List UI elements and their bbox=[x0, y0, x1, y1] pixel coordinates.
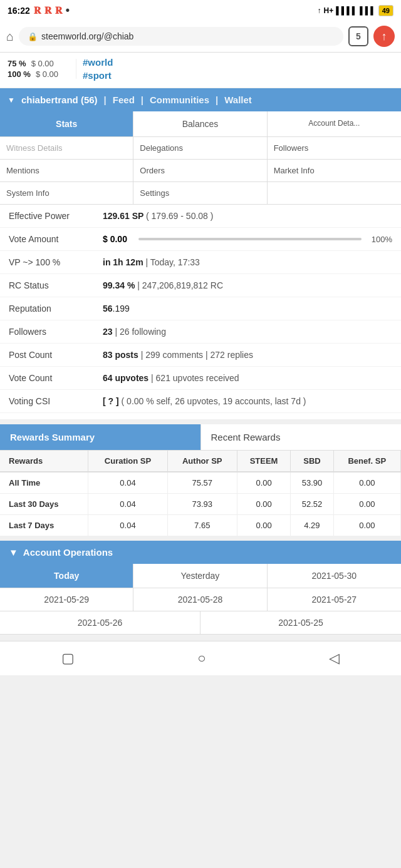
tab-settings[interactable]: Settings bbox=[133, 182, 267, 204]
account-operations-section: ▼ Account Operations Today Yesterday 202… bbox=[0, 541, 401, 635]
rewards-section: Rewards Summary Recent Rewards Rewards C… bbox=[0, 424, 401, 536]
row-steem: 0.00 bbox=[237, 472, 290, 494]
row-sbd: 4.29 bbox=[291, 515, 333, 536]
lock-icon: 🔒 bbox=[28, 32, 38, 41]
row-sbd: 52.52 bbox=[291, 494, 333, 515]
rewards-table: Rewards Curation SP Author SP STEEM SBD … bbox=[0, 451, 401, 536]
p-icon-2: 𝐑 bbox=[44, 5, 51, 16]
row-curation-sp: 0.04 bbox=[88, 494, 167, 515]
col-steem: STEEM bbox=[237, 451, 290, 472]
ops-cell-2021-05-29[interactable]: 2021-05-29 bbox=[0, 588, 133, 611]
tab-delegations[interactable]: Delegations bbox=[133, 137, 267, 159]
tab-followers[interactable]: Followers bbox=[268, 137, 401, 159]
vote-percent: 100% bbox=[372, 235, 392, 244]
vote-slider[interactable] bbox=[138, 238, 362, 240]
account-ops-header: ▼ Account Operations bbox=[0, 541, 401, 564]
tab-account-details[interactable]: Account Deta... bbox=[268, 111, 401, 136]
status-bar: 16:22 𝐑 𝐑 𝐑 • ↑ H+ ▌▌▌▌ ▌▌▌ 49 bbox=[0, 0, 401, 21]
ops-cell-2021-05-27[interactable]: 2021-05-27 bbox=[268, 588, 401, 611]
nav-communities[interactable]: Communities bbox=[150, 94, 209, 105]
voting-csi-row: Voting CSI [ ? ] ( 0.00 % self, 26 upvot… bbox=[0, 390, 401, 413]
col-rewards: Rewards bbox=[0, 451, 88, 472]
url-text: steemworld.org/@chiab bbox=[41, 31, 133, 41]
followers-row: Followers 23 | 26 following bbox=[0, 320, 401, 344]
bottom-nav: ▢ ○ ◁ bbox=[0, 641, 401, 675]
rewards-summary-tab[interactable]: Rewards Summary bbox=[0, 424, 200, 450]
upload-button[interactable]: ↑ bbox=[373, 26, 395, 47]
ops-row-2: 2021-05-29 2021-05-28 2021-05-27 bbox=[0, 588, 401, 611]
tab-button[interactable]: 5 bbox=[348, 26, 368, 46]
ops-cell-2021-05-25[interactable]: 2021-05-25 bbox=[200, 611, 401, 634]
followers-value: 23 | 26 following bbox=[103, 327, 392, 337]
voting-csi-value: [ ? ] ( 0.00 % self, 26 upvotes, 19 acco… bbox=[103, 396, 392, 406]
username[interactable]: chiabertrand (56) bbox=[21, 94, 98, 105]
url-bar[interactable]: 🔒 steemworld.org/@chiab bbox=[19, 27, 343, 46]
reputation-row: Reputation 56.199 bbox=[0, 297, 401, 320]
col-benef-sp: Benef. SP bbox=[333, 451, 400, 472]
table-row: Last 30 Days 0.04 73.93 0.00 52.52 0.00 bbox=[0, 494, 401, 515]
ops-cell-2021-05-26[interactable]: 2021-05-26 bbox=[0, 611, 200, 634]
tab-orders[interactable]: Orders bbox=[133, 160, 267, 181]
ops-tab-2021-05-30[interactable]: 2021-05-30 bbox=[268, 564, 401, 588]
row-benef-sp: 0.00 bbox=[333, 515, 400, 536]
dropdown-icon[interactable]: ▼ bbox=[8, 96, 15, 105]
wifi-signal: ▌▌▌ bbox=[360, 6, 376, 15]
recent-rewards-tab[interactable]: Recent Rewards bbox=[200, 424, 402, 450]
home-circle-button[interactable]: ○ bbox=[197, 650, 206, 666]
vote-amount-dollar: $ 0.00 bbox=[103, 234, 127, 244]
sub-tabs-row3: System Info Settings bbox=[0, 182, 401, 205]
tab-stats[interactable]: Stats bbox=[0, 111, 133, 136]
cell-signal: ▌▌▌▌ bbox=[336, 6, 357, 15]
col-curation-sp: Curation SP bbox=[88, 451, 167, 472]
row-author-sp: 75.57 bbox=[167, 472, 237, 494]
tab-system-info[interactable]: System Info bbox=[0, 182, 133, 204]
vp-value: in 1h 12m | Today, 17:33 bbox=[103, 257, 392, 267]
ops-cell-2021-05-28[interactable]: 2021-05-28 bbox=[133, 588, 267, 611]
tag-world[interactable]: #world bbox=[83, 57, 113, 68]
row-curation-sp: 0.04 bbox=[88, 515, 167, 536]
tab-witness-details[interactable]: Witness Details bbox=[0, 137, 133, 159]
p-icon-3: 𝐑 bbox=[55, 5, 62, 16]
effective-power-label: Effective Power bbox=[9, 211, 96, 221]
voting-csi-label: Voting CSI bbox=[9, 396, 96, 406]
battery: 49 bbox=[378, 5, 393, 16]
table-row: All Time 0.04 75.57 0.00 53.90 0.00 bbox=[0, 472, 401, 494]
tab-balances[interactable]: Balances bbox=[133, 111, 267, 136]
row-author-sp: 73.93 bbox=[167, 494, 237, 515]
value-75: $ 0.00 bbox=[31, 59, 54, 68]
tab-mentions[interactable]: Mentions bbox=[0, 160, 133, 181]
back-arrow-button[interactable]: ◁ bbox=[329, 650, 340, 666]
stats-section: Effective Power 129.61 SP ( 179.69 - 50.… bbox=[0, 205, 401, 419]
rc-status-label: RC Status bbox=[9, 280, 96, 290]
percent-100: 100 % bbox=[8, 69, 31, 79]
row-benef-sp: 0.00 bbox=[333, 472, 400, 494]
vote-amount-row: Vote Amount $ 0.00 100% bbox=[0, 228, 401, 251]
tag-sport[interactable]: #sport bbox=[83, 70, 113, 81]
row-steem: 0.00 bbox=[237, 515, 290, 536]
rewards-header: Rewards Summary Recent Rewards bbox=[0, 424, 401, 451]
reputation-label: Reputation bbox=[9, 304, 96, 314]
vp-row: VP ~> 100 % in 1h 12m | Today, 17:33 bbox=[0, 251, 401, 274]
col-author-sp: Author SP bbox=[167, 451, 237, 472]
back-square-button[interactable]: ▢ bbox=[61, 650, 75, 666]
ops-tabs: Today Yesterday 2021-05-30 bbox=[0, 564, 401, 588]
sub-tabs-row1: Witness Details Delegations Followers bbox=[0, 137, 401, 160]
nav-wallet[interactable]: Wallet bbox=[224, 94, 252, 105]
dot: • bbox=[66, 4, 70, 17]
rc-status-value: 99.34 % | 247,206,819,812 RC bbox=[103, 280, 392, 290]
row-label: All Time bbox=[0, 472, 88, 494]
vote-count-value: 64 upvotes | 621 upvotes received bbox=[103, 373, 392, 383]
nav-bar: ▼ chiabertrand (56) | Feed | Communities… bbox=[0, 88, 401, 111]
nav-feed[interactable]: Feed bbox=[113, 94, 135, 105]
browser-bar: ⌂ 🔒 steemworld.org/@chiab 5 ↑ bbox=[0, 21, 401, 53]
effective-power-row: Effective Power 129.61 SP ( 179.69 - 50.… bbox=[0, 205, 401, 228]
signal-icon: ↑ bbox=[318, 6, 321, 15]
time: 16:22 bbox=[8, 6, 30, 16]
home-button[interactable]: ⌂ bbox=[6, 29, 14, 44]
reputation-value: 56.199 bbox=[103, 304, 392, 314]
tab-market-info[interactable]: Market Info bbox=[268, 160, 401, 181]
row-label: Last 7 Days bbox=[0, 515, 88, 536]
ops-tab-today[interactable]: Today bbox=[0, 564, 133, 588]
ops-tab-yesterday[interactable]: Yesterday bbox=[133, 564, 267, 588]
p-icon-1: 𝐑 bbox=[34, 5, 41, 16]
